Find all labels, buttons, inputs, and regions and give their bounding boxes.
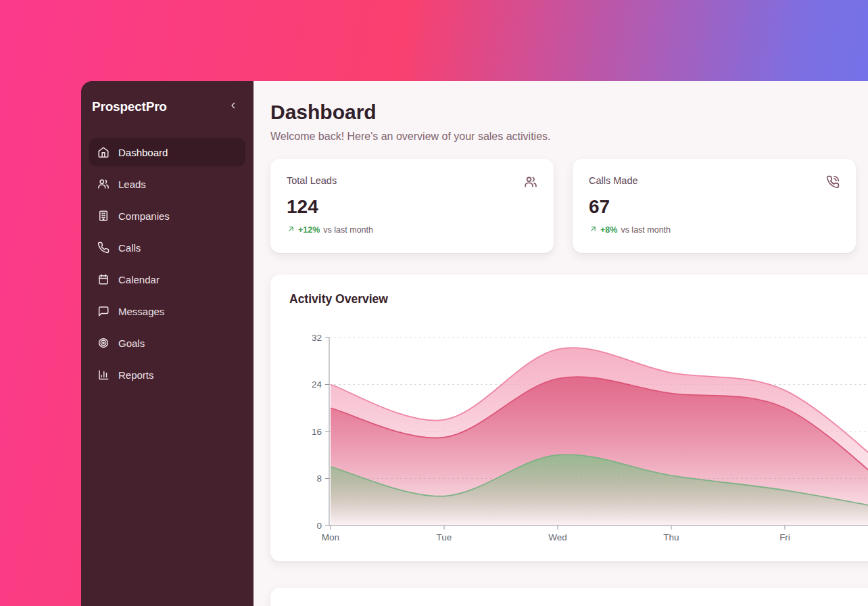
- sidebar-item-label: Calendar: [118, 274, 160, 285]
- app-logo: ProspectPro: [92, 99, 167, 114]
- main-content: Dashboard Welcome back! Here's an overvi…: [254, 81, 868, 606]
- sidebar-header: ProspectPro: [81, 81, 254, 116]
- activity-chart: 08162432MonTueWedThuFriSat: [270, 321, 868, 555]
- stat-value: 124: [287, 197, 537, 217]
- stat-card-total-leads: Total Leads 124 +12% vs last month: [270, 159, 554, 253]
- stat-label: Calls Made: [589, 175, 638, 186]
- arrow-up-right-icon: [589, 225, 598, 235]
- svg-text:Fri: Fri: [779, 532, 790, 542]
- bar-chart-icon: [97, 369, 110, 381]
- sidebar: ProspectPro Dashboard Leads Companies: [81, 81, 254, 606]
- calendar-icon: [97, 273, 110, 285]
- svg-text:0: 0: [316, 521, 322, 531]
- stat-trend-value: +8%: [600, 225, 617, 235]
- stat-trend: +8% vs last month: [589, 225, 840, 235]
- sidebar-nav: Dashboard Leads Companies Calls Calendar: [81, 138, 254, 389]
- phone-icon: [97, 241, 110, 254]
- sidebar-item-label: Dashboard: [118, 147, 168, 158]
- sidebar-item-goals[interactable]: Goals: [89, 329, 245, 357]
- sidebar-item-label: Companies: [118, 210, 170, 222]
- svg-text:Wed: Wed: [548, 532, 567, 542]
- svg-text:32: 32: [312, 333, 322, 343]
- stat-value: 67: [589, 197, 840, 217]
- svg-text:Mon: Mon: [322, 532, 339, 542]
- sidebar-item-label: Goals: [118, 337, 145, 349]
- svg-text:24: 24: [312, 379, 322, 390]
- svg-text:Tue: Tue: [437, 532, 452, 542]
- sidebar-item-label: Calls: [118, 242, 141, 254]
- svg-text:Thu: Thu: [663, 532, 679, 542]
- stat-trend-value: +12%: [298, 225, 320, 235]
- users-icon: [97, 178, 110, 190]
- chart-x-axis: MonTueWedThuFriSat: [322, 526, 868, 542]
- sidebar-item-dashboard[interactable]: Dashboard: [89, 138, 245, 166]
- arrow-up-right-icon: [287, 225, 295, 235]
- sidebar-item-label: Messages: [118, 306, 164, 317]
- sidebar-item-companies[interactable]: Companies: [89, 202, 245, 230]
- users-icon: [524, 175, 537, 191]
- activity-overview-card: Activity Overview 08162432MonTueWedThuFr…: [270, 275, 868, 561]
- building-icon: [97, 210, 110, 222]
- stat-label: Total Leads: [287, 175, 337, 186]
- stat-card-calls-made: Calls Made 67 +8% vs last month: [573, 159, 856, 253]
- stats-row: Total Leads 124 +12% vs last month Calls…: [270, 159, 868, 253]
- svg-text:8: 8: [316, 473, 322, 484]
- home-icon: [97, 146, 110, 158]
- svg-text:16: 16: [312, 427, 322, 437]
- chevron-left-icon: [228, 100, 239, 113]
- sidebar-item-calendar[interactable]: Calendar: [89, 265, 245, 294]
- chart-y-axis: 08162432: [312, 333, 329, 531]
- sidebar-collapse-button[interactable]: [225, 97, 241, 116]
- sidebar-item-leads[interactable]: Leads: [89, 170, 245, 198]
- sidebar-item-label: Reports: [118, 369, 154, 381]
- chart-svg: 08162432MonTueWedThuFriSat: [270, 321, 868, 555]
- chart-areas: [331, 348, 868, 526]
- bottom-card: [270, 588, 868, 606]
- chart-title: Activity Overview: [289, 292, 868, 306]
- stat-trend-suffix: vs last month: [621, 225, 671, 235]
- stat-trend-suffix: vs last month: [323, 225, 373, 235]
- page-title: Dashboard: [270, 100, 868, 124]
- sidebar-item-reports[interactable]: Reports: [89, 360, 245, 389]
- page-subtitle: Welcome back! Here's an overview of your…: [270, 131, 868, 143]
- phone-call-icon: [826, 175, 840, 191]
- message-square-icon: [97, 305, 110, 317]
- sidebar-item-calls[interactable]: Calls: [89, 233, 245, 262]
- sidebar-item-messages[interactable]: Messages: [89, 297, 245, 325]
- sidebar-item-label: Leads: [118, 179, 146, 190]
- target-icon: [97, 337, 110, 349]
- stat-trend: +12% vs last month: [287, 225, 537, 235]
